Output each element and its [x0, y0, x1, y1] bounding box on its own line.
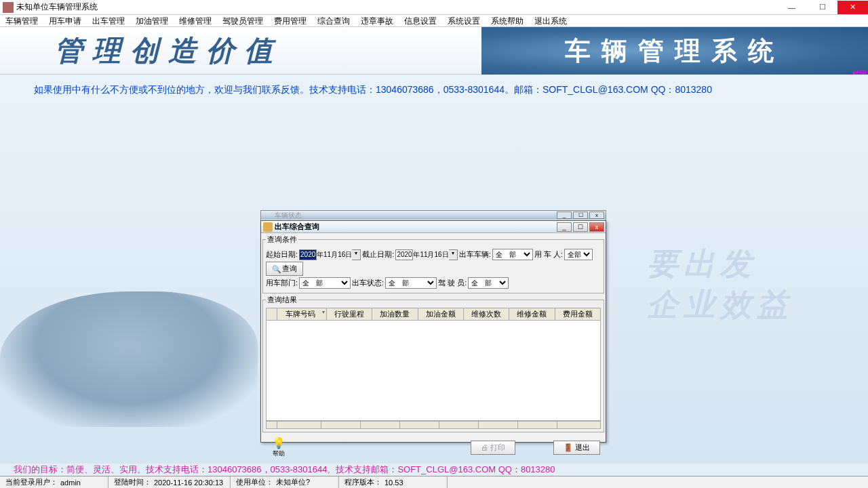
driver-select[interactable]: 全 部 — [468, 277, 509, 289]
app-icon — [3, 2, 14, 13]
end-date-label: 截止日期: — [362, 249, 394, 260]
chevron-down-icon[interactable]: ▾ — [449, 249, 458, 260]
window-titlebar: 未知单位车辆管理系统 — ☐ ✕ — [0, 0, 868, 15]
col-cost-amt[interactable]: 费用金额 — [555, 308, 600, 321]
person-select[interactable]: 全部 — [564, 249, 593, 260]
menu-item-cost[interactable]: 费用管理 — [269, 15, 312, 26]
dialog-max[interactable]: ☐ — [573, 222, 588, 232]
menu-item-exit[interactable]: 退出系统 — [529, 15, 572, 26]
backwin-min[interactable]: _ — [557, 211, 572, 219]
banner-right: 车辆管理系统 — [481, 27, 868, 75]
dept-label: 用车部门: — [266, 278, 298, 288]
banner: 管理创造价值 车辆管理系统 村网 — [0, 27, 868, 75]
minimize-button[interactable]: — — [776, 1, 807, 14]
menu-item-request[interactable]: 用车申请 — [43, 15, 87, 26]
col-repair-cnt[interactable]: 维修次数 — [463, 308, 509, 321]
person-label: 用 车 人: — [534, 249, 563, 260]
backwin-titlebar: 车辆状态 _ ☐ x — [261, 211, 606, 220]
status-user: admin — [60, 479, 81, 487]
status-ver: 10.53 — [384, 479, 403, 487]
status-label: 出车状态: — [352, 278, 384, 288]
dialog-title: 出车综合查询 — [275, 222, 557, 232]
menu-item-vehicle[interactable]: 车辆管理 — [0, 15, 43, 26]
menu-item-system[interactable]: 系统设置 — [442, 15, 486, 26]
end-year-input[interactable] — [395, 249, 413, 260]
menu-item-fuel[interactable]: 加油管理 — [130, 15, 174, 26]
dept-select[interactable]: 全 部 — [299, 277, 351, 289]
dialog-titlebar[interactable]: 出车综合查询 _ ☐ x — [261, 221, 606, 233]
banner-slogan: 管理创造价值 — [54, 32, 282, 70]
status-login-label: 登陆时间： — [114, 477, 151, 487]
door-icon: 🚪 — [564, 443, 573, 452]
col-repair-amt[interactable]: 维修金额 — [509, 308, 555, 321]
dialog-icon — [263, 222, 273, 232]
end-rest: 年11月16日 — [413, 250, 448, 260]
banner-title: 车辆管理系统 — [565, 34, 785, 68]
car-image — [0, 291, 258, 427]
sort-icon[interactable]: ▾ — [322, 309, 325, 315]
start-rest: 年11月16日 — [317, 250, 352, 260]
conditions-legend: 查询条件 — [266, 235, 298, 245]
status-select[interactable]: 全 部 — [385, 277, 437, 289]
search-icon: 🔍 — [272, 265, 280, 273]
col-plate[interactable]: 车牌号码▾ — [277, 308, 327, 321]
menu-item-violation[interactable]: 违章事故 — [355, 15, 399, 26]
col-mileage[interactable]: 行驶里程 — [326, 308, 372, 321]
status-unit-label: 使用单位： — [236, 477, 273, 487]
conditions-group: 查询条件 起始日期: 年11月16日 ▾ 截止日期: 年11月16日 ▾ 出车车… — [262, 235, 604, 293]
backwin-close[interactable]: x — [589, 211, 604, 219]
end-date-field[interactable]: 年11月16日 ▾ — [395, 249, 457, 260]
help-tip[interactable]: 💡帮助 — [267, 436, 291, 458]
menu-item-driver[interactable]: 驾驶员管理 — [217, 15, 269, 26]
row-indicator-col — [267, 308, 277, 321]
status-unit: 未知单位? — [276, 477, 310, 487]
dialog-min[interactable]: _ — [557, 222, 572, 232]
search-button[interactable]: 🔍查询 — [266, 262, 303, 276]
menu-item-info[interactable]: 信息设置 — [399, 15, 442, 26]
maximize-button[interactable]: ☐ — [807, 1, 837, 14]
start-date-field[interactable]: 年11月16日 ▾ — [299, 249, 361, 260]
results-table: 车牌号码▾ 行驶里程 加油数量 加油金额 维修次数 维修金额 费用金额 — [266, 308, 601, 321]
dispatch-query-dialog: 出车综合查询 _ ☐ x 查询条件 起始日期: 年11月16日 ▾ 截止日期: — [260, 220, 606, 443]
menu-item-query[interactable]: 综合查询 — [312, 15, 355, 26]
menubar: 车辆管理 用车申请 出车管理 加油管理 维修管理 驾驶员管理 费用管理 综合查询… — [0, 15, 868, 27]
print-button[interactable]: 🖨打印 — [471, 441, 515, 455]
backwin-title: 车辆状态 — [261, 211, 557, 220]
backwin-max[interactable]: ☐ — [573, 211, 588, 219]
start-year-input[interactable] — [299, 249, 317, 260]
start-date-label: 起始日期: — [266, 249, 298, 260]
driver-label: 驾 驶 员: — [438, 278, 467, 288]
close-button[interactable]: ✕ — [837, 1, 868, 14]
bg-line1: 要出发 — [647, 244, 793, 285]
dialog-footer: 💡帮助 🖨打印 🚪退出 — [261, 434, 606, 461]
car-select[interactable]: 全 部 — [492, 249, 533, 260]
col-fuel-qty[interactable]: 加油数量 — [372, 308, 418, 321]
status-bar: 当前登录用户：admin 登陆时间：2020-11-16 20:30:13 使用… — [0, 476, 868, 488]
window-buttons: — ☐ ✕ — [776, 1, 868, 14]
menu-item-help[interactable]: 系统帮助 — [486, 15, 529, 26]
menu-item-dispatch[interactable]: 出车管理 — [87, 15, 130, 26]
car-label: 出车车辆: — [459, 249, 491, 260]
status-login: 2020-11-16 20:30:13 — [154, 479, 223, 487]
summary-row — [266, 421, 601, 429]
main-area: 如果使用中有什么不方便或不到位的地方，欢迎与我们联系反馈。技术支持电话：1304… — [0, 75, 868, 464]
goal-text: 我们的目标：简便、灵活、实用。技术支持电话：13046073686，0533-8… — [0, 464, 868, 476]
bulb-icon: 💡 — [267, 436, 291, 449]
status-user-label: 当前登录用户： — [5, 477, 58, 487]
col-fuel-amt[interactable]: 加油金额 — [418, 308, 463, 321]
window-title: 未知单位车辆管理系统 — [16, 1, 776, 13]
results-grid[interactable] — [266, 321, 601, 421]
results-group: 查询结果 车牌号码▾ 行驶里程 加油数量 加油金额 维修次数 维修金额 费用金额 — [262, 295, 604, 432]
printer-icon: 🖨 — [481, 443, 488, 451]
notice-text: 如果使用中有什么不方便或不到位的地方，欢迎与我们联系反馈。技术支持电话：1304… — [0, 75, 868, 106]
menu-item-repair[interactable]: 维修管理 — [174, 15, 217, 26]
exit-button[interactable]: 🚪退出 — [553, 441, 600, 455]
chevron-down-icon[interactable]: ▾ — [352, 249, 361, 260]
status-ver-label: 程序版本： — [344, 477, 382, 487]
dialog-close[interactable]: x — [589, 222, 604, 232]
results-legend: 查询结果 — [266, 295, 298, 305]
bg-line2: 企业效益 — [647, 285, 793, 325]
background-slogan: 要出发 企业效益 — [647, 244, 793, 325]
